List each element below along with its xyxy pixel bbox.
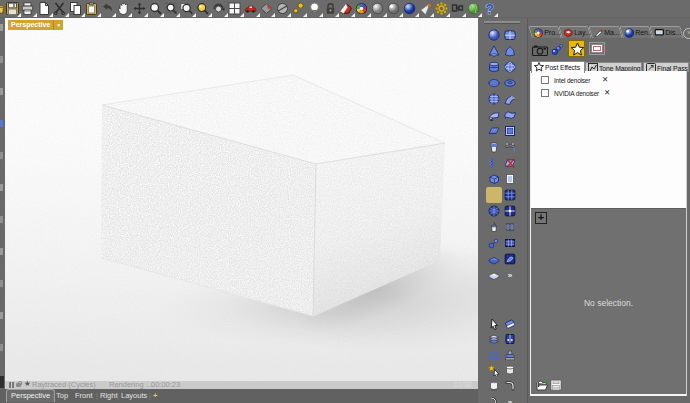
svg-text:»: » (508, 271, 513, 280)
svg-text:»: » (508, 398, 513, 403)
svg-text:?: ? (485, 2, 494, 15)
